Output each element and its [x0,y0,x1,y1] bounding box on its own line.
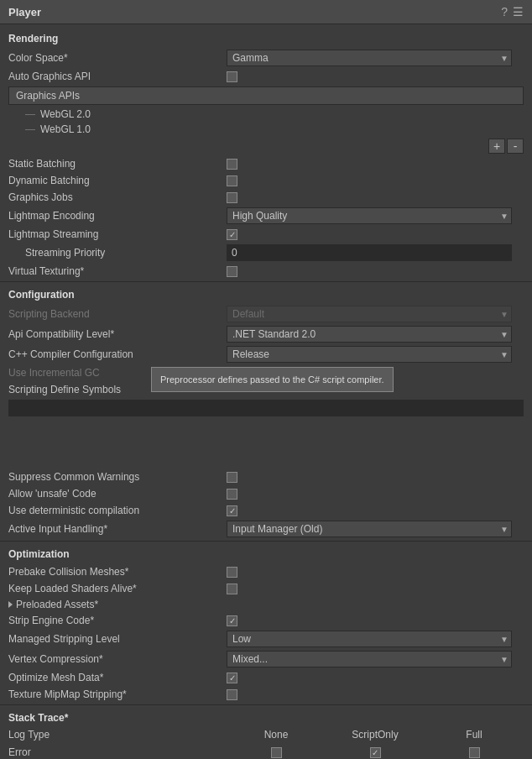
suppress-warnings-row: Suppress Common Warnings [0,468,532,485]
graphics-jobs-checkbox[interactable] [227,192,237,203]
scriptonly-col-header: ScriptOnly [350,729,400,742]
page-title: Player [8,6,41,18]
active-input-dropdown-wrapper[interactable]: Input Manager (Old) Input System Package… [227,521,512,537]
strip-engine-row: Strip Engine Code* [0,612,532,629]
graphics-jobs-label: Graphics Jobs [8,191,227,203]
none-col-header: None [251,729,301,742]
color-space-dropdown-wrapper[interactable]: Gamma Linear ▼ [227,50,512,66]
graphics-apis-header: Graphics APIs [8,86,524,105]
prebake-checkbox[interactable] [227,567,237,578]
cpp-compiler-row: C++ Compiler Configuration Release Debug… [0,344,532,364]
strip-engine-checkbox[interactable] [227,615,237,626]
scripting-backend-dropdown-wrapper[interactable]: Default ▼ [227,306,512,322]
managed-stripping-row: Managed Stripping Level Low Medium High … [0,629,532,649]
preloaded-assets-label: Preloaded Assets* [8,599,98,610]
virtual-texturing-checkbox[interactable] [227,266,237,277]
active-input-select[interactable]: Input Manager (Old) Input System Package… [227,521,512,537]
dynamic-batching-checkbox[interactable] [227,175,237,186]
vertex-compression-dropdown-wrapper[interactable]: Mixed... Everything Nothing ▼ [227,651,512,667]
add-api-button[interactable]: + [488,139,505,154]
preloaded-assets-row: Preloaded Assets* [0,597,532,612]
divider-1 [0,281,532,282]
color-space-select[interactable]: Gamma Linear [227,50,512,66]
auto-graphics-api-row: Auto Graphics API [0,68,532,85]
log-type-header-label: Log Type [8,729,227,742]
api-compatibility-row: Api Compatibility Level* .NET Standard 2… [0,324,532,344]
lightmap-streaming-label: Lightmap Streaming [8,228,227,240]
keep-shaders-row: Keep Loaded Shaders Alive* [0,580,532,597]
optimize-mesh-checkbox[interactable] [227,673,237,683]
prebake-label: Prebake Collision Meshes* [8,566,227,578]
strip-engine-label: Strip Engine Code* [8,615,227,626]
lightmap-encoding-dropdown-wrapper[interactable]: High Quality Normal Quality Low Quality … [227,207,512,224]
divider-2 [0,541,532,542]
api-compatibility-label: Api Compatibility Level* [8,328,227,340]
stack-trace-cols: None ScriptOnly Full [227,729,524,742]
cpp-compiler-dropdown-wrapper[interactable]: Release Debug Master ▼ [227,346,512,363]
deterministic-checkbox[interactable] [227,505,237,516]
dynamic-batching-row: Dynamic Batching [0,172,532,189]
static-batching-checkbox[interactable] [227,159,237,170]
help-icon[interactable]: ? [501,5,508,18]
stack-trace-columns-header: Log Type None ScriptOnly Full [0,727,532,744]
title-bar: Player ? ☰ [0,0,532,24]
texture-mipmap-checkbox[interactable] [227,689,237,700]
scripting-define-input[interactable] [8,400,524,416]
remove-api-button[interactable]: - [507,139,524,154]
menu-icon[interactable]: ☰ [513,5,524,18]
suppress-warnings-label: Suppress Common Warnings [8,471,227,483]
rendering-section-header: Rendering [0,28,532,48]
suppress-warnings-checkbox[interactable] [227,472,237,483]
graphics-jobs-row: Graphics Jobs [0,189,532,206]
dynamic-batching-label: Dynamic Batching [8,175,227,186]
cpp-compiler-label: C++ Compiler Configuration [8,348,227,360]
prebake-row: Prebake Collision Meshes* [0,563,532,580]
streaming-priority-input[interactable] [227,244,512,261]
virtual-texturing-label: Virtual Texturing* [8,265,227,277]
vertex-compression-select[interactable]: Mixed... Everything Nothing [227,651,512,667]
error-label: Error [8,746,227,758]
error-none-checkbox[interactable] [271,747,282,758]
auto-graphics-api-label: Auto Graphics API [8,71,227,82]
error-full-checkbox[interactable] [469,747,480,758]
active-input-label: Active Input Handling* [8,523,227,535]
keep-shaders-checkbox[interactable] [227,584,237,594]
webgl1-item: WebGL 1.0 [0,122,532,137]
error-scriptonly-checkbox[interactable] [370,747,381,758]
auto-graphics-api-checkbox[interactable] [227,71,237,82]
lightmap-encoding-row: Lightmap Encoding High Quality Normal Qu… [0,206,532,226]
texture-mipmap-label: Texture MipMap Stripping* [8,688,227,700]
error-checkboxes [227,747,524,758]
cpp-compiler-select[interactable]: Release Debug Master [227,346,512,363]
graphics-apis-label: Graphics APIs [16,90,80,102]
divider-3 [0,704,532,705]
color-space-row: Color Space* Gamma Linear ▼ [0,48,532,68]
webgl1-label: WebGL 1.0 [40,123,91,135]
color-space-label: Color Space* [8,52,227,64]
active-input-row: Active Input Handling* Input Manager (Ol… [0,519,532,539]
api-compatibility-dropdown-wrapper[interactable]: .NET Standard 2.0 .NET 4.x ▼ [227,326,512,343]
lightmap-streaming-checkbox[interactable] [227,229,237,240]
scripting-backend-select[interactable]: Default [227,306,512,322]
error-stack-row: Error [0,744,532,759]
streaming-priority-label: Streaming Priority [8,247,227,259]
configuration-section-header: Configuration [0,284,532,304]
static-batching-label: Static Batching [8,158,227,170]
lightmap-encoding-select[interactable]: High Quality Normal Quality Low Quality [227,207,512,224]
managed-stripping-dropdown-wrapper[interactable]: Low Medium High ▼ [227,631,512,647]
optimize-mesh-row: Optimize Mesh Data* [0,669,532,686]
full-col-header: Full [449,729,499,742]
stack-trace-section-header: Stack Trace* [0,707,532,727]
webgl2-item: WebGL 2.0 [0,107,532,122]
allow-unsafe-checkbox[interactable] [227,489,237,500]
scripting-backend-label: Scripting Backend [8,308,227,320]
preloaded-assets-triangle[interactable] [8,601,13,608]
lightmap-encoding-label: Lightmap Encoding [8,210,227,222]
scripting-define-tooltip: Preprocessor defines passed to the C# sc… [151,367,394,392]
managed-stripping-select[interactable]: Low Medium High [227,631,512,647]
webgl2-label: WebGL 2.0 [40,108,91,120]
optimize-mesh-label: Optimize Mesh Data* [8,672,227,683]
virtual-texturing-row: Virtual Texturing* [0,263,532,280]
api-compatibility-select[interactable]: .NET Standard 2.0 .NET 4.x [227,326,512,343]
tooltip-text: Preprocessor defines passed to the C# sc… [160,374,384,385]
